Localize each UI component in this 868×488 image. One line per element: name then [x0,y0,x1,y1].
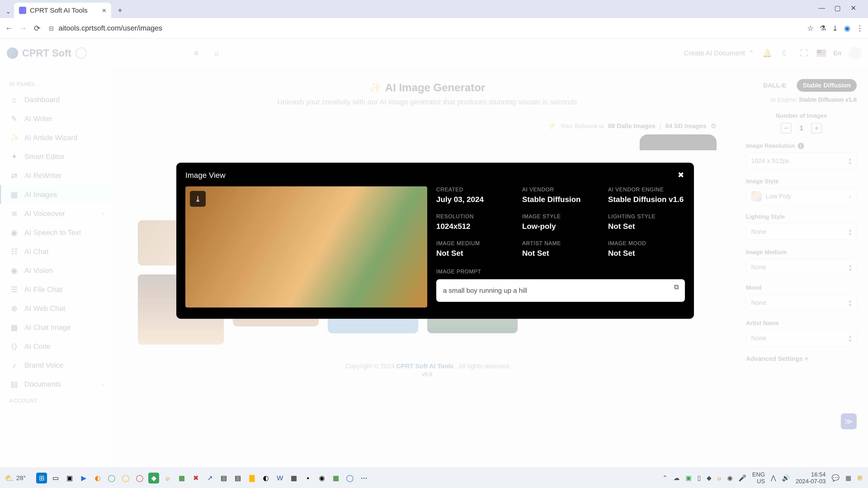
minimize-icon[interactable]: — [816,2,827,13]
new-tab-button[interactable]: + [114,4,126,16]
tab-favicon [19,7,26,14]
chrome-icon[interactable]: ◯ [106,473,117,484]
window-controls: — ▢ ✕ [816,2,866,18]
start-icon[interactable]: ⊞ [36,473,47,484]
weather-widget[interactable]: ⛅ 28° [4,474,26,483]
meta-lighting-label: LIGHTING STYLE [608,213,685,220]
app-icon[interactable]: ▤ [232,473,243,484]
modal-metadata: CREATEDJuly 03, 2024 AI VENDORStable Dif… [436,186,685,307]
meta-engine-label: AI VENDOR ENGINE [608,186,685,193]
meta-resolution-value: 1024x512 [436,222,513,231]
tab-list-dropdown[interactable]: ⌄ [4,7,13,16]
meta-medium-value: Not Set [436,249,513,258]
modal-image-preview: ⤓ [185,186,427,307]
volume-icon[interactable]: 🔊 [782,474,790,482]
notepad-icon[interactable]: ▤ [218,473,229,484]
app-icon[interactable]: ◐ [260,473,271,484]
meta-engine-value: Stable Diffusion v1.6 [608,195,685,204]
powershell-icon[interactable]: ▶ [78,473,89,484]
forward-button[interactable]: → [19,24,28,33]
explorer-icon[interactable]: ▇ [246,473,257,484]
tray-battery-icon[interactable]: ▯ [698,474,701,482]
tray-shield-icon[interactable]: ⛨ [857,474,864,482]
notifications-tray-icon[interactable]: 💬 [832,474,839,482]
meta-created-value: July 03, 2024 [436,195,513,204]
meta-vendor-label: AI VENDOR [522,186,599,193]
copy-prompt-button[interactable]: ⧉ [672,283,681,291]
word-icon[interactable]: W [274,473,285,484]
meta-mood-label: IMAGE MOOD [608,240,685,247]
site-settings-icon[interactable]: ⊟ [49,25,54,32]
prompt-display: a small boy running up a hill ⧉ [436,279,685,302]
excel-icon[interactable]: ▦ [176,473,187,484]
labs-icon[interactable]: ⚗ [819,24,826,33]
modal-close-button[interactable]: ✖ [675,169,686,180]
system-tray: ⌃ ☁ ▣ ▯ ◆ ⌕ ◉ 🎤 ENGUS ⋀ 🔊 16:542024-07-0… [662,471,864,485]
taskbar-apps: ⊞ ▭ ▣ ▶ ◐ ◯ ◯ ◯ ◆ ⌕ ▦ ✖ ↗ ▤ ▤ ▇ ◐ W ▦ ▪ … [36,473,369,484]
meta-style-label: IMAGE STYLE [522,213,599,220]
steam-icon[interactable]: ◉ [316,473,327,484]
app-icon[interactable]: ◆ [148,473,159,484]
url-field[interactable]: ⊟ aitools.cprtsoft.com/user/images [46,24,802,32]
tray-chevron-icon[interactable]: ⌃ [662,474,668,482]
tray-mic-icon[interactable]: 🎤 [739,474,746,482]
reload-button[interactable]: ⟳ [33,24,41,33]
tray-app2-icon[interactable]: ◆ [707,474,712,482]
bookmark-icon[interactable]: ☆ [807,24,814,33]
browser-tab-bar: ⌄ CPRT Soft AI Tools × + — ▢ ✕ [0,0,868,18]
kebab-menu-icon[interactable]: ⋮ [856,24,864,33]
meta-vendor-value: Stable Diffusion [522,195,599,204]
clock[interactable]: 16:542024-07-03 [796,471,826,485]
everything-icon[interactable]: ⌕ [162,473,173,484]
browser-chrome: ⌄ CPRT Soft AI Tools × + — ▢ ✕ ← → ⟳ ⊟ a… [0,0,868,38]
tray-onedrive-icon[interactable]: ☁ [673,474,680,482]
tray-app3-icon[interactable]: ▦ [845,474,851,482]
weather-icon: ⛅ [4,474,14,483]
modal-title: Image View [185,171,685,180]
profile-icon[interactable]: ◉ [844,24,850,33]
download-image-button[interactable]: ⤓ [190,191,206,207]
meta-medium-label: IMAGE MEDIUM [436,240,513,247]
meta-style-value: Low-poly [522,222,599,231]
chrome-dev-icon[interactable]: ◯ [134,473,145,484]
lang-indicator[interactable]: ENGUS [752,471,765,485]
close-app-icon[interactable]: ✖ [190,473,201,484]
firefox-icon[interactable]: ◐ [92,473,103,484]
downloads-icon[interactable]: ⤓ [832,24,838,33]
chrome-active-icon[interactable]: ◯ [344,473,355,484]
excel2-icon[interactable]: ▦ [331,473,341,484]
tray-discord-icon[interactable]: ◉ [727,474,733,482]
image-view-modal: Image View ✖ ⤓ CREATEDJuly 03, 2024 AI V… [176,163,694,319]
terminal-icon[interactable]: ▣ [64,473,75,484]
prompt-text: a small boy running up a hill [443,287,527,294]
weather-temp: 28° [16,475,26,482]
meta-artist-label: ARTIST NAME [522,240,599,247]
address-bar: ← → ⟳ ⊟ aitools.cprtsoft.com/user/images… [0,18,868,38]
meta-artist-value: Not Set [522,249,599,258]
tab-close-icon[interactable]: × [102,6,106,15]
url-text: aitools.cprtsoft.com/user/images [59,24,162,32]
tab-title: CPRT Soft AI Tools [30,6,88,14]
meta-mood-value: Not Set [608,249,685,258]
meta-created-label: CREATED [436,186,513,193]
browser-tab-active[interactable]: CPRT Soft AI Tools × [14,3,111,18]
close-window-icon[interactable]: ✕ [848,2,859,13]
meta-resolution-label: RESOLUTION [436,213,513,220]
maximize-icon[interactable]: ▢ [832,2,843,13]
meta-prompt-label: IMAGE PROMPT [436,268,685,275]
windows-taskbar: ⛅ 28° ⊞ ▭ ▣ ▶ ◐ ◯ ◯ ◯ ◆ ⌕ ▦ ✖ ↗ ▤ ▤ ▇ ◐ … [0,468,868,488]
back-button[interactable]: ← [4,24,13,33]
chrome-beta-icon[interactable]: ◯ [120,473,131,484]
tray-search-icon[interactable]: ⌕ [717,475,721,482]
app-icon[interactable]: ▪ [303,473,313,484]
app-icon[interactable]: ↗ [204,473,215,484]
meta-lighting-value: Not Set [608,222,685,231]
wifi-icon[interactable]: ⋀ [771,474,776,482]
taskview-icon[interactable]: ▭ [50,473,61,484]
calendar-icon[interactable]: ▦ [288,473,299,484]
tray-app-icon[interactable]: ▣ [686,474,691,482]
more-apps-icon[interactable]: ⋯ [359,473,369,484]
